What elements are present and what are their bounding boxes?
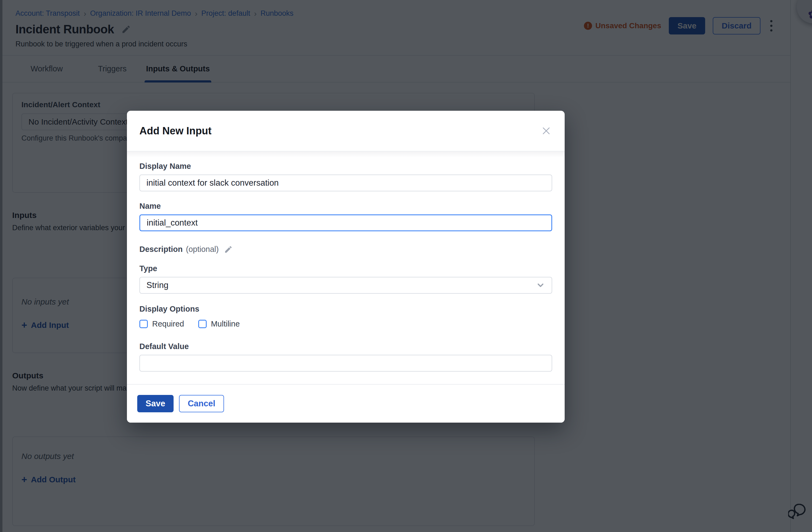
modal-cancel-button[interactable]: Cancel: [179, 395, 224, 412]
required-checkbox[interactable]: [140, 320, 148, 328]
type-select-value: String: [146, 280, 169, 290]
chevron-down-icon: [536, 281, 545, 290]
name-label: Name: [140, 202, 552, 211]
display-options-label: Display Options: [140, 305, 552, 313]
display-name-label: Display Name: [140, 162, 552, 171]
close-icon[interactable]: [540, 125, 552, 137]
type-select[interactable]: String: [140, 277, 552, 294]
default-value-label: Default Value: [140, 342, 552, 351]
modal-footer: Save Cancel: [127, 384, 565, 423]
multiline-checkbox[interactable]: [198, 320, 207, 328]
modal-header: Add New Input: [127, 111, 565, 152]
multiline-checkbox-group[interactable]: Multiline: [198, 320, 240, 328]
multiline-checkbox-label: Multiline: [211, 320, 240, 328]
type-label: Type: [140, 264, 552, 273]
modal-title: Add New Input: [140, 125, 212, 137]
modal-body: Display Name Name Description (optional)…: [127, 162, 565, 372]
add-new-input-modal: Add New Input Display Name Name Descript…: [127, 111, 565, 423]
description-label: Description: [140, 245, 183, 254]
modal-header-shadow: [127, 152, 565, 157]
display-name-input[interactable]: [140, 174, 552, 191]
default-value-input[interactable]: [140, 355, 552, 372]
required-checkbox-label: Required: [152, 320, 184, 328]
modal-save-button[interactable]: Save: [137, 395, 174, 412]
edit-description-pencil-icon[interactable]: [224, 245, 233, 254]
screen: Account: Transposit › Organization: IR I…: [0, 0, 812, 532]
required-checkbox-group[interactable]: Required: [140, 320, 184, 328]
name-input[interactable]: [140, 214, 552, 231]
description-optional-label: (optional): [186, 245, 219, 254]
